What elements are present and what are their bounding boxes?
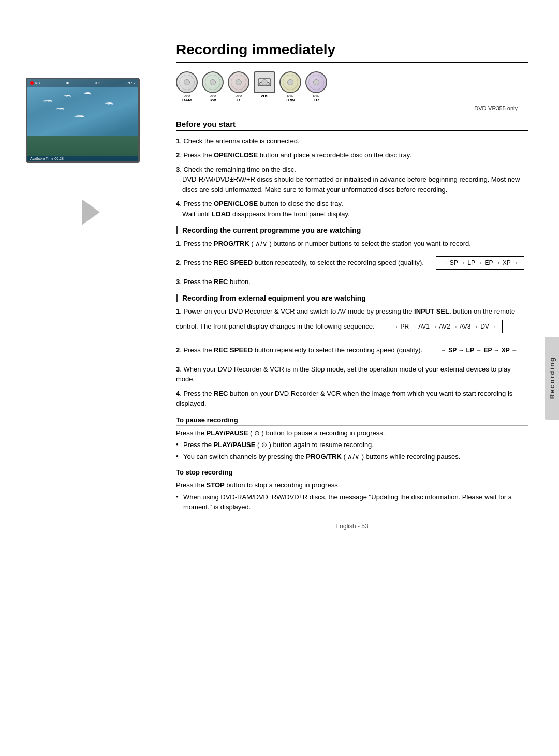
- before-you-start-title: Before you start: [176, 120, 528, 131]
- current-programme-section: Recording the current programme you are …: [176, 226, 528, 287]
- disc-icon-dvd-rw: DVD RW: [202, 71, 224, 103]
- tv-xp-label: XP: [95, 81, 100, 85]
- stop-bullet-1: When using DVD-RAM/DVD±RW/DVD±R discs, t…: [176, 492, 528, 512]
- stop-recording-title: To stop recording: [176, 468, 528, 478]
- side-tab: Recording: [545, 337, 559, 420]
- pause-bullet-1: Press the PLAY/PAUSE ( ⊙ ) button again …: [176, 440, 528, 450]
- right-panel: Recording immediately DVD RAM DVD RW: [166, 21, 559, 735]
- external-equipment-section: Recording from external equipment you ar…: [176, 294, 528, 409]
- step-2: 2. Press the OPEN/CLOSE button and place…: [176, 150, 528, 160]
- external-equipment-steps: 1. Power on your DVD Recorder & VCR and …: [176, 306, 528, 409]
- pause-recording-bullets: Press the PLAY/PAUSE ( ⊙ ) button again …: [176, 440, 528, 462]
- pause-recording-title: To pause recording: [176, 416, 528, 426]
- step-1: 1. Check the antenna cable is connected.: [176, 136, 528, 146]
- current-programme-steps: 1. Press the PROG/TRK ( ∧/∨ ) buttons or…: [176, 239, 528, 287]
- pause-bullet-2: You can switch channels by pressing the …: [176, 452, 528, 462]
- tv-vr-label: VR: [35, 81, 40, 85]
- stop-recording-bullets: When using DVD-RAM/DVD±RW/DVD±R discs, t…: [176, 492, 528, 512]
- tv-hud: VR ■ XP PR 7: [27, 79, 138, 87]
- disc-icon-dvd-ram: DVD RAM: [176, 71, 198, 103]
- step-3: 3. Check the remaining time on the disc.…: [176, 165, 528, 195]
- tv-stop-label: ■: [66, 81, 69, 85]
- stop-recording-section: To stop recording Press the STOP button …: [176, 468, 528, 512]
- disc-icon-dvd-plus-r: DVD +R: [305, 71, 327, 103]
- left-panel: VR ■ XP PR 7 Available Time 00:28: [0, 21, 166, 735]
- current-step-3: 3. Press the REC button.: [176, 277, 528, 287]
- external-step-1: 1. Power on your DVD Recorder & VCR and …: [176, 306, 528, 336]
- arrow-right-icon: [82, 199, 100, 225]
- page-title: Recording immediately: [176, 41, 528, 63]
- external-step-3: 3. When your DVD Recorder & VCR is in th…: [176, 364, 528, 384]
- flow-diagram-sp-xp: → SP → LP → EP → XP →: [436, 256, 524, 270]
- external-equipment-title: Recording from external equipment you ar…: [176, 294, 528, 302]
- current-step-1: 1. Press the PROG/TRK ( ∧/∨ ) buttons or…: [176, 239, 528, 249]
- step-4: 4. Press the OPEN/CLOSE button to close …: [176, 199, 528, 219]
- svg-point-1: [260, 82, 263, 85]
- before-you-start-section: Before you start 1. Check the antenna ca…: [176, 120, 528, 219]
- tv-preview-screen: VR ■ XP PR 7 Available Time 00:28: [26, 78, 140, 163]
- current-step-2: 2. Press the REC SPEED button repeatedly…: [176, 253, 528, 273]
- tv-hud-bottom: Available Time 00:28: [27, 156, 138, 161]
- external-step-2: 2. Press the REC SPEED button repeatedly…: [176, 340, 528, 360]
- arrow-container: [26, 163, 150, 225]
- flow-diagram-sp-xp-2: → SP → LP → EP → XP →: [435, 344, 523, 357]
- pause-recording-section: To pause recording Press the PLAY/PAUSE …: [176, 416, 528, 462]
- svg-rect-3: [262, 82, 267, 85]
- disc-icons-row: DVD RAM DVD RW DVD R: [176, 71, 528, 103]
- current-programme-title: Recording the current programme you are …: [176, 226, 528, 234]
- flow-diagram-pr-dv: → PR → AV1 → AV2 → AV3 → DV →: [387, 320, 503, 333]
- tv-available-time: Available Time 00:28: [30, 157, 64, 160]
- dvd-vr-note: DVD-VR355 only: [176, 105, 518, 111]
- disc-icon-dvd-r: DVD R: [228, 71, 249, 103]
- side-tab-label: Recording: [548, 357, 556, 399]
- disc-icon-dvd-plus-rw: DVD +RW: [280, 71, 301, 103]
- page-footer: English - 53: [176, 523, 528, 540]
- stop-recording-intro: Press the STOP button to stop a recordin…: [176, 481, 528, 489]
- pause-recording-intro: Press the PLAY/PAUSE ( ⊙ ) button to pau…: [176, 429, 528, 437]
- tv-pr-label: PR 7: [126, 81, 136, 85]
- before-you-start-steps: 1. Check the antenna cable is connected.…: [176, 136, 528, 219]
- external-step-4: 4. Press the REC button on your DVD Reco…: [176, 389, 528, 409]
- disc-icon-cassette: VHS: [254, 71, 275, 98]
